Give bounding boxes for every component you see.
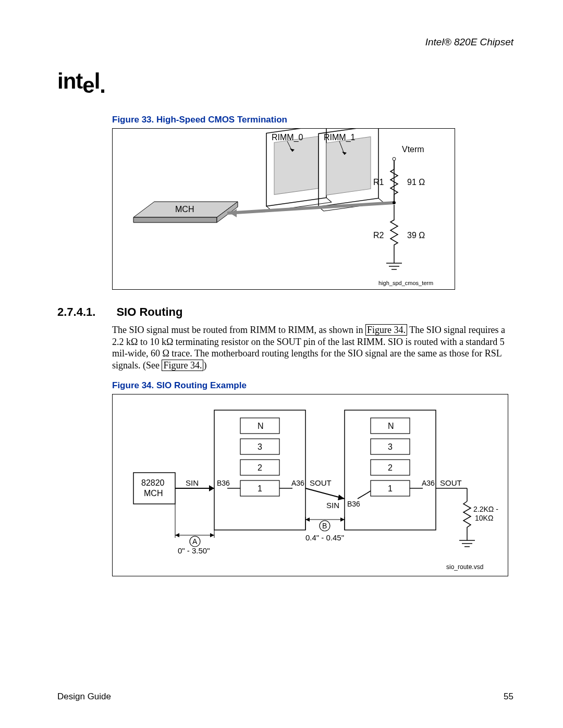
page-header: Intel® 820E Chipset bbox=[57, 36, 513, 48]
svg-line-43 bbox=[358, 493, 366, 499]
dim-a-label: A bbox=[192, 537, 198, 546]
dim-b-label: B bbox=[322, 522, 327, 530]
fig34-filename: sio_route.vsd bbox=[446, 563, 483, 571]
sin-label-1: SIN bbox=[186, 478, 199, 487]
box1-1: 1 bbox=[258, 484, 262, 493]
rimm1-label: RIMM_1 bbox=[324, 133, 356, 142]
figure-34-link-1[interactable]: Figure 34. bbox=[365, 324, 407, 336]
mch-chip-label2: MCH bbox=[144, 489, 163, 498]
r2-label: R2 bbox=[373, 231, 384, 240]
box3-2: 3 bbox=[388, 442, 393, 451]
mch-label: MCH bbox=[175, 205, 194, 214]
figure-34-link-2[interactable]: Figure 34. bbox=[162, 360, 203, 371]
n-box-2: N bbox=[388, 422, 394, 430]
b36-label-2: B36 bbox=[347, 500, 360, 508]
box2-1: 2 bbox=[258, 463, 262, 472]
box1-2: 1 bbox=[388, 484, 393, 493]
figure-33-diagram: MCH RIMM_0 RIMM_1 Vterm R1 91 Ω R2 bbox=[112, 128, 455, 290]
svg-marker-59 bbox=[305, 517, 310, 522]
sout-label-1: SOUT bbox=[310, 478, 332, 487]
sout-label-2: SOUT bbox=[440, 478, 462, 487]
svg-marker-53 bbox=[175, 533, 179, 537]
figure-34-diagram: 82820 MCH SIN B36 A36 N 3 2 1 SOUT SIN B… bbox=[112, 394, 508, 576]
section-number: 2.7.4.1. bbox=[57, 305, 95, 319]
svg-marker-60 bbox=[340, 517, 345, 522]
r1-label: R1 bbox=[373, 178, 384, 187]
svg-point-20 bbox=[393, 157, 396, 161]
box3-1: 3 bbox=[258, 442, 262, 451]
dim-a-range: 0" - 3.50" bbox=[178, 546, 210, 555]
figure-33-caption: Figure 33. High-Speed CMOS Termination bbox=[112, 115, 513, 125]
svg-marker-4 bbox=[274, 136, 319, 194]
rimm0-label: RIMM_0 bbox=[272, 133, 303, 142]
r2-value: 39 Ω bbox=[407, 231, 425, 240]
a36-label-1: A36 bbox=[291, 479, 304, 487]
a36-label-2: A36 bbox=[422, 479, 435, 487]
svg-line-44 bbox=[366, 491, 371, 493]
svg-rect-26 bbox=[133, 473, 175, 504]
section-title: SIO Routing bbox=[116, 305, 182, 319]
term-value-2: 10KΩ bbox=[475, 514, 493, 522]
document-title: Intel® 820E Chipset bbox=[425, 36, 513, 48]
svg-marker-37 bbox=[338, 495, 345, 500]
sin-label-2: SIN bbox=[326, 501, 339, 510]
svg-line-6 bbox=[326, 197, 332, 203]
fig33-filename: high_spd_cmos_term bbox=[378, 280, 433, 286]
svg-marker-28 bbox=[209, 485, 214, 491]
vterm-label: Vterm bbox=[402, 145, 424, 154]
svg-marker-11 bbox=[326, 137, 371, 195]
section-heading: 2.7.4.1. SIO Routing bbox=[57, 305, 513, 319]
footer-right: 55 bbox=[504, 692, 513, 702]
mch-chip-label: 82820 bbox=[141, 478, 165, 487]
box2-2: 2 bbox=[388, 463, 393, 472]
n-box-1: N bbox=[258, 422, 264, 430]
term-value-1: 2.2KΩ - bbox=[473, 505, 498, 513]
svg-point-21 bbox=[393, 201, 396, 204]
svg-marker-54 bbox=[210, 533, 214, 537]
svg-marker-1 bbox=[133, 217, 217, 223]
dim-b-range: 0.4" - 0.45" bbox=[305, 533, 344, 542]
r1-value: 91 Ω bbox=[407, 178, 425, 187]
intel-logo: intel. bbox=[57, 69, 513, 94]
section-paragraph: The SIO signal must be routed from RIMM … bbox=[112, 324, 513, 371]
page-footer: Design Guide 55 bbox=[57, 692, 513, 702]
footer-left: Design Guide bbox=[57, 692, 111, 702]
figure-34-caption: Figure 34. SIO Routing Example bbox=[112, 380, 513, 391]
svg-line-17 bbox=[227, 203, 394, 213]
b36-label-1: B36 bbox=[217, 479, 230, 487]
